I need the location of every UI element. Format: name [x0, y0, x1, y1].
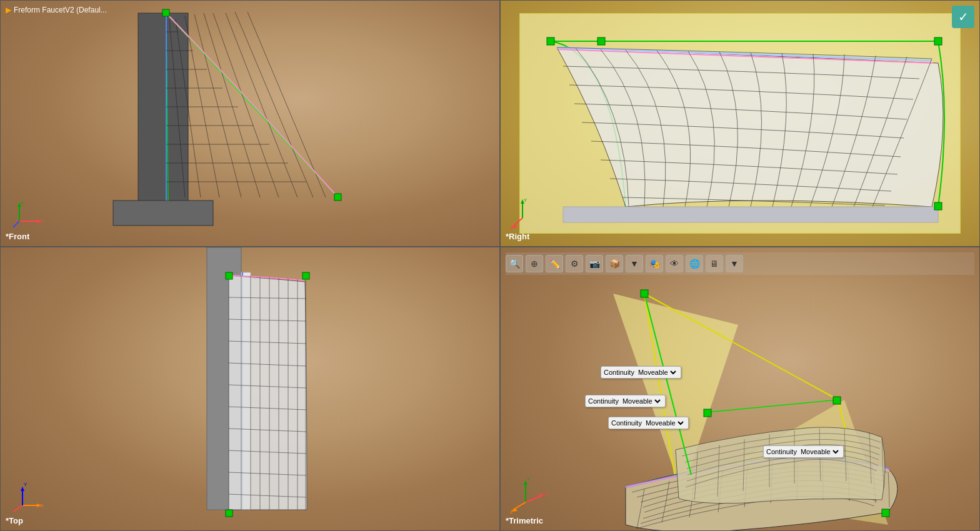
top-view-label: *Top — [6, 516, 23, 525]
svg-text:X: X — [545, 491, 549, 497]
viewport-trimetric[interactable]: 🔍 ⊕ ✏️ ⚙ 📷 📦 ▼ 🎭 👁 🌐 🖥 ▼ — [500, 247, 980, 531]
svg-line-68 — [13, 505, 22, 512]
svg-rect-1 — [113, 201, 213, 226]
svg-rect-23 — [162, 9, 169, 16]
front-view-svg — [1, 1, 499, 246]
svg-rect-66 — [226, 510, 232, 517]
top-view-svg — [1, 247, 499, 530]
continuity-select-1[interactable]: Moveable Fixed Tangent — [636, 368, 678, 377]
viewport-top[interactable]: X Y *Top — [0, 247, 500, 531]
view-button[interactable]: 👁 — [666, 255, 683, 272]
trimetric-view-label: *Trimetric — [506, 516, 543, 525]
viewport-grid: ▶ Freform FaucetV2 (Defaul... — [0, 0, 980, 531]
trimetric-view-svg — [501, 275, 979, 530]
svg-rect-33 — [547, 37, 554, 45]
camera-button[interactable]: 📷 — [586, 255, 603, 272]
trimetric-axis: Y X Z — [510, 474, 554, 515]
continuity-label-3[interactable]: Continuity Moveable Fixed Tangent — [608, 417, 689, 429]
trimetric-toolbar: 🔍 ⊕ ✏️ ⚙ 📷 📦 ▼ 🎭 👁 🌐 🖥 ▼ — [506, 252, 974, 275]
orient-button[interactable]: 🌐 — [686, 255, 703, 272]
continuity-label-4[interactable]: Continuity Moveable Fixed Tangent — [763, 445, 844, 458]
svg-rect-24 — [334, 194, 341, 201]
svg-text:Z: Z — [510, 226, 513, 231]
svg-text:Y: Y — [24, 482, 28, 487]
svg-marker-72 — [21, 487, 24, 491]
front-view-label: *Front — [6, 232, 29, 241]
display-dropdown[interactable]: ▼ — [626, 255, 643, 272]
svg-rect-64 — [226, 272, 232, 279]
continuity-label-2[interactable]: Continuity Moveable Fixed Tangent — [585, 395, 666, 407]
render-dropdown[interactable]: ▼ — [726, 255, 743, 272]
front-axis: Y X — [10, 199, 48, 231]
continuity-select-4[interactable]: Moveable Fixed Tangent — [798, 447, 841, 456]
svg-line-8 — [194, 14, 241, 197]
svg-text:X: X — [40, 503, 44, 509]
svg-text:Y: Y — [527, 476, 531, 482]
svg-text:Z: Z — [510, 509, 513, 515]
display-mode-button[interactable]: 📦 — [606, 255, 623, 272]
svg-rect-86 — [882, 509, 889, 517]
settings-button[interactable]: ⚙ — [566, 255, 583, 272]
svg-rect-84 — [704, 409, 711, 417]
right-axis: Y Z — [510, 196, 548, 231]
zoom-button[interactable]: 🔍 — [506, 255, 523, 272]
zoom-fit-button[interactable]: ⊕ — [526, 255, 543, 272]
continuity-label-1[interactable]: Continuity Moveable Fixed Tangent — [601, 366, 681, 379]
viewport-front[interactable]: ▶ Freform FaucetV2 (Defaul... — [0, 0, 500, 247]
svg-rect-35 — [934, 37, 942, 45]
svg-rect-65 — [302, 272, 309, 279]
render-button[interactable]: 🖥 — [706, 255, 723, 272]
right-view-svg — [501, 1, 979, 246]
svg-rect-32 — [563, 207, 938, 222]
svg-line-82 — [707, 400, 838, 412]
svg-line-12 — [235, 12, 313, 197]
continuity-select-3[interactable]: Moveable Fixed Tangent — [643, 419, 686, 427]
right-view-label: *Right — [506, 232, 529, 241]
viewport-right[interactable]: ✓ — [500, 0, 980, 247]
svg-text:Y: Y — [21, 201, 24, 206]
svg-line-29 — [13, 221, 19, 227]
svg-text:Y: Y — [524, 197, 528, 203]
svg-rect-36 — [934, 202, 942, 210]
svg-text:X: X — [40, 219, 44, 224]
svg-line-10 — [213, 13, 279, 197]
continuity-select-2[interactable]: Moveable Fixed Tangent — [620, 397, 662, 405]
svg-line-89 — [526, 496, 541, 502]
svg-rect-34 — [598, 37, 605, 45]
top-axis: X Y — [10, 477, 51, 515]
svg-rect-85 — [833, 397, 841, 404]
svg-rect-83 — [641, 290, 648, 297]
edit-button[interactable]: ✏️ — [546, 255, 563, 272]
svg-rect-0 — [138, 13, 188, 219]
shading-button[interactable]: 🎭 — [646, 255, 663, 272]
